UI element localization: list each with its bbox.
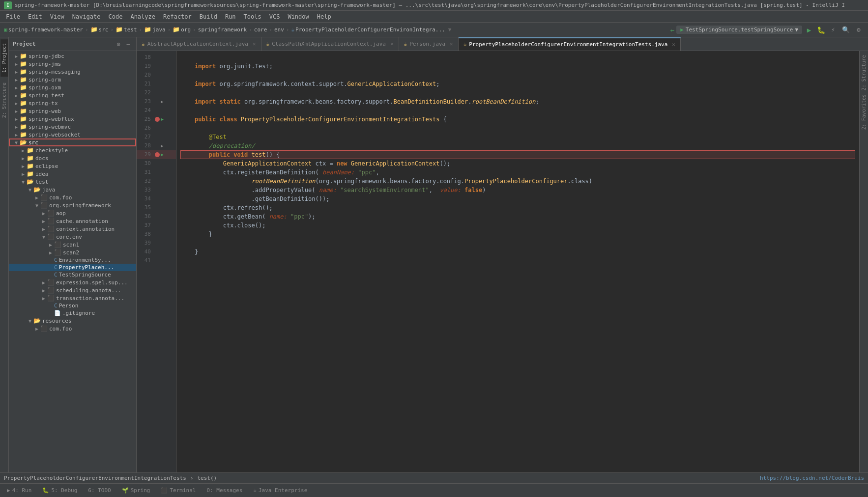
menu-help[interactable]: Help xyxy=(313,12,335,21)
tree-item-eclipse[interactable]: ▶ 📁 eclipse xyxy=(9,162,136,170)
run-icon-25[interactable]: ▶ xyxy=(161,115,168,124)
tree-item-src[interactable]: ▼ 📂 src xyxy=(9,138,136,146)
tree-item-orgspringframework[interactable]: ▼ ⬛ org.springframework xyxy=(9,201,136,209)
tree-item-java[interactable]: ▼ 📂 java xyxy=(9,186,136,193)
code-line-27: @Test xyxy=(180,133,855,141)
right-tab-structure[interactable]: 2: Structure xyxy=(859,53,868,92)
menu-file[interactable]: File xyxy=(2,12,24,21)
tree-item-checkstyle[interactable]: ▶ 📁 checkstyle xyxy=(9,146,136,154)
tree-item-person[interactable]: C Person xyxy=(9,302,136,309)
tree-item-spring-oxm[interactable]: ▶ 📁 spring-oxm xyxy=(9,83,136,91)
code-content-area[interactable]: import org.junit.Test; import org.spring… xyxy=(176,51,859,472)
tree-item-resources[interactable]: ▼ 📂 resources xyxy=(9,317,136,325)
nav-back-icon[interactable]: ← xyxy=(670,26,674,34)
tree-item-spring-jdbc[interactable]: ▶ 📁 spring-jdbc xyxy=(9,52,136,60)
menu-build[interactable]: Build xyxy=(196,12,221,21)
code-editor[interactable]: 18 19 20 21 xyxy=(137,51,868,472)
coverage-button[interactable]: ⚡ xyxy=(828,25,839,35)
nav-file[interactable]: PropertyPlaceholderConfigurerEnvironInte… xyxy=(295,27,445,33)
bottom-tab-javaenterprise[interactable]: ☕ Java Enterprise xyxy=(248,486,312,495)
tree-item-docs[interactable]: ▶ 📁 docs xyxy=(9,154,136,162)
tab-propertyplaceholder[interactable]: ☕ PropertyPlaceholderConfigurerEnvironme… xyxy=(459,37,681,51)
menu-edit[interactable]: Edit xyxy=(24,12,46,21)
tree-item-spring-messaging[interactable]: ▶ 📁 spring-messaging xyxy=(9,68,136,76)
nav-core[interactable]: core xyxy=(254,27,267,33)
tab-close-icon[interactable]: ✕ xyxy=(390,41,394,47)
tree-item-expression[interactable]: ▶ ⬛ expression.spel.sup... xyxy=(9,278,136,286)
nav-env[interactable]: env xyxy=(274,27,284,33)
tree-item-propertyplaceh[interactable]: C PropertyPlaceh... xyxy=(9,264,136,271)
nav-icon-src: 📁 xyxy=(90,26,98,33)
menu-view[interactable]: View xyxy=(46,12,68,21)
debug-button[interactable]: 🐛 xyxy=(816,25,826,35)
tree-item-core-env[interactable]: ▼ ⬛ core.env xyxy=(9,233,136,241)
fold-icon-23[interactable]: ▶ xyxy=(161,97,168,106)
tab-classpathxml[interactable]: ☕ ClassPathXmlApplicationContext.java ✕ xyxy=(261,37,399,51)
tab-close-icon[interactable]: ✕ xyxy=(253,41,256,47)
tree-item-spring-webflux[interactable]: ▶ 📁 spring-webflux xyxy=(9,115,136,123)
left-tab-project[interactable]: 1: Project xyxy=(0,39,8,77)
breakpoint-29[interactable] xyxy=(154,152,161,157)
settings-button[interactable]: ⚙ xyxy=(853,25,864,35)
tree-item-transaction[interactable]: ▶ ⬛ transaction.annota... xyxy=(9,294,136,302)
sidebar-settings-icon[interactable]: ⚙ xyxy=(115,40,122,48)
tree-item-scheduling[interactable]: ▶ ⬛ scheduling.annota... xyxy=(9,286,136,294)
nav-project[interactable]: spring-framework-master xyxy=(8,27,83,33)
tree-item-cache-annotation[interactable]: ▶ ⬛ cache.annotation xyxy=(9,217,136,225)
tree-item-gitignore[interactable]: 📄 .gitignore xyxy=(9,309,136,317)
menu-tools[interactable]: Tools xyxy=(240,12,265,21)
bottom-tab-run[interactable]: ▶ 4: Run xyxy=(2,486,36,495)
tree-item-idea[interactable]: ▶ 📁 idea xyxy=(9,170,136,178)
nav-springframework[interactable]: springframework xyxy=(198,27,247,33)
tree-item-resources-comfoo[interactable]: ▶ ⬛ com.foo xyxy=(9,325,136,332)
line-number-34: 34 xyxy=(137,194,154,203)
run-button[interactable]: ▶ xyxy=(804,25,814,35)
nav-test[interactable]: test xyxy=(124,27,137,33)
nav-java[interactable]: java xyxy=(152,27,166,33)
tree-item-spring-websocket[interactable]: ▶ 📁 spring-websocket xyxy=(9,131,136,138)
right-panel: 2: Structure 2: Favorites xyxy=(859,51,868,472)
tree-item-spring-test[interactable]: ▶ 📁 spring-test xyxy=(9,91,136,99)
nav-src[interactable]: src xyxy=(99,27,109,33)
tree-item-aop[interactable]: ▶ ⬛ aop xyxy=(9,209,136,217)
tab-person[interactable]: ☕ Person.java ✕ xyxy=(399,37,459,51)
tree-item-scan1[interactable]: ▶ ⬛ scan1 xyxy=(9,241,136,248)
tree-item-spring-orm[interactable]: ▶ 📁 spring-orm xyxy=(9,76,136,83)
tab-close-icon[interactable]: ✕ xyxy=(450,41,453,47)
tree-item-spring-tx[interactable]: ▶ 📁 spring-tx xyxy=(9,99,136,107)
tree-item-testspringsour[interactable]: C TestSpringSource xyxy=(9,271,136,278)
menu-navigate[interactable]: Navigate xyxy=(68,12,105,21)
run-icon-29[interactable]: ▶ xyxy=(161,150,168,159)
tree-item-test[interactable]: ▼ 📂 test xyxy=(9,178,136,186)
menu-vcs[interactable]: VCS xyxy=(265,12,284,21)
left-tab-structure[interactable]: 2: Structure xyxy=(0,79,8,122)
line-number-26: 26 xyxy=(137,124,154,133)
bottom-tab-debug[interactable]: 🐛 5: Debug xyxy=(37,486,82,495)
sidebar-collapse-icon[interactable]: — xyxy=(124,40,132,48)
tree-item-environmentsy[interactable]: C EnvironmentSy... xyxy=(9,256,136,264)
menu-window[interactable]: Window xyxy=(284,12,313,21)
menu-run[interactable]: Run xyxy=(221,12,240,21)
bottom-tab-terminal[interactable]: ⬛ Terminal xyxy=(156,486,201,495)
tab-abstract[interactable]: ☕ AbstractApplicationContext.java ✕ xyxy=(137,37,261,51)
search-button[interactable]: 🔍 xyxy=(840,25,851,35)
fold-icon-28[interactable]: ▶ xyxy=(161,141,168,150)
tab-close-icon[interactable]: ✕ xyxy=(672,41,675,48)
tree-item-comfoo[interactable]: ▶ ⬛ com.foo xyxy=(9,193,136,201)
menu-analyze[interactable]: Analyze xyxy=(126,12,159,21)
tree-item-context-annotation[interactable]: ▶ ⬛ context.annotation xyxy=(9,225,136,233)
tree-item-spring-webmvc[interactable]: ▶ 📁 spring-webmvc xyxy=(9,123,136,131)
nav-org[interactable]: org xyxy=(181,27,191,33)
code-line-29: public void test() { xyxy=(180,150,855,159)
run-config-selector[interactable]: ▶ TestSpringSource.testSpringSource ▼ xyxy=(676,26,802,34)
bottom-tab-messages[interactable]: 0: Messages xyxy=(202,486,247,495)
tree-item-spring-web[interactable]: ▶ 📁 spring-web xyxy=(9,107,136,115)
breakpoint-25[interactable] xyxy=(154,117,161,122)
menu-refactor[interactable]: Refactor xyxy=(159,12,196,21)
tree-item-scan2[interactable]: ▶ ⬛ scan2 xyxy=(9,248,136,256)
menu-code[interactable]: Code xyxy=(105,12,127,21)
tree-item-spring-jms[interactable]: ▶ 📁 spring-jms xyxy=(9,60,136,68)
bottom-tab-todo[interactable]: 6: TODO xyxy=(83,486,116,495)
bottom-tab-spring[interactable]: 🌱 Spring xyxy=(117,486,155,495)
right-tab-favorites[interactable]: 2: Favorites xyxy=(859,92,868,132)
